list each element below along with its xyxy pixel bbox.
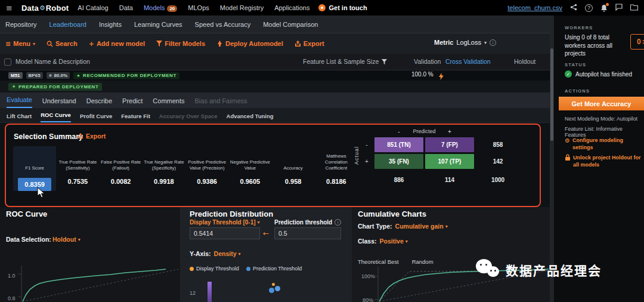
workers-stepper[interactable]: 0 ▴▾ [630, 34, 644, 50]
tab-understand[interactable]: Understand [42, 97, 76, 108]
legend-prediction-threshold[interactable]: Prediction Threshold [246, 266, 302, 272]
metric-selector[interactable]: Metric LogLoss ▾ i [434, 39, 496, 46]
scrollbar-thumb[interactable] [550, 48, 553, 141]
tab-predict[interactable]: Predict [122, 97, 143, 108]
display-threshold-dot[interactable] [272, 283, 275, 286]
prediction-threshold-input[interactable] [274, 227, 341, 239]
filter-icon [382, 59, 387, 64]
search-label: Search [55, 40, 78, 47]
metric-value: LogLoss [456, 39, 481, 46]
share-icon[interactable] [570, 4, 577, 12]
metric-label: Negative Predictive Value [228, 146, 271, 171]
hamburger-menu-icon[interactable]: ≡ [6, 4, 13, 13]
col-model-name[interactable]: Model Name & Description [16, 58, 90, 65]
actual-label-wrap: Actual [352, 137, 361, 189]
nav-mlops[interactable]: MLOps [188, 4, 209, 11]
nav-speed-vs-accuracy[interactable]: Speed vs Accuracy [195, 21, 251, 28]
add-model-button[interactable]: +Add new model [89, 40, 145, 48]
col-cross-validation[interactable]: Cross Validation [445, 58, 491, 65]
nav-repository[interactable]: Repository [5, 21, 37, 28]
metric-label: True Positive Rate (Sensitivity) [56, 146, 99, 171]
chart-type-dropdown[interactable]: Cumulative gain▾ [395, 223, 448, 230]
export-button[interactable]: Export [295, 40, 324, 47]
summary-metrics: F1 Score 0.8359 True Positive Rate (Sens… [13, 146, 358, 191]
subtab-accuracy-over-space[interactable]: Accuracy Over Space [159, 113, 218, 122]
selection-summary-panel: Selection Summary Export F1 Score 0.8359… [5, 124, 541, 207]
top-navigation-bar: ≡ Data⚙Robot AI Catalog Data Models20 ML… [0, 0, 644, 16]
display-threshold-input[interactable] [190, 227, 260, 239]
get-in-touch-label: Get in touch [329, 4, 367, 11]
menu-label: Menu [13, 40, 30, 47]
col-holdout[interactable]: Holdout [514, 58, 535, 65]
search-button[interactable]: Search [47, 40, 78, 47]
filter-models-label: Filter Models [165, 40, 205, 47]
legend-theoretical-best[interactable]: Theoretical Best [358, 258, 399, 265]
true-negative-cell[interactable]: 851 (TN) [374, 137, 423, 152]
export-label: Export [304, 40, 324, 47]
tab-describe[interactable]: Describe [86, 97, 112, 108]
subtab-feature-fit[interactable]: Feature Fit [121, 113, 150, 122]
nav-data[interactable]: Data [119, 4, 133, 11]
subtab-profit-curve[interactable]: Profit Curve [80, 113, 112, 122]
class-dropdown[interactable]: Positive▾ [380, 238, 408, 245]
legend-display-threshold[interactable]: Display Threshold [190, 266, 239, 272]
summary-export-label: Export [86, 132, 106, 140]
deploy-automodel-button[interactable]: Deploy Automodel [216, 40, 283, 47]
y-axis-label: Y-Axis: [190, 250, 211, 257]
arrow-left-icon[interactable]: ← [263, 229, 269, 238]
filter-models-button[interactable]: Filter Models [156, 40, 205, 47]
metric-value[interactable]: 0.8359 [18, 178, 51, 191]
threshold-dot[interactable] [269, 288, 274, 293]
display-threshold-dropdown[interactable]: Display Threshold [0-1]▾ [190, 219, 260, 226]
notifications-bell-icon[interactable] [600, 4, 608, 12]
search-icon [47, 41, 53, 47]
nav-leaderboard[interactable]: Leaderboard [49, 21, 86, 28]
legend-random[interactable]: Random [412, 258, 434, 265]
nav-model-comparison[interactable]: Model Comparison [263, 21, 318, 28]
select-all-checkbox[interactable] [4, 58, 11, 66]
menu-button[interactable]: ≡Menu▾ [5, 40, 35, 48]
project-file-link[interactable]: telecom_churn.csv [507, 4, 562, 11]
tab-comments[interactable]: Comments [153, 97, 184, 108]
false-positive-cell[interactable]: 7 (FP) [425, 137, 474, 152]
threshold-info-icon[interactable]: i [335, 219, 341, 226]
y-axis-dropdown[interactable]: Density▾ [214, 250, 241, 257]
datarobot-logo[interactable]: Data⚙Robot [21, 4, 69, 13]
subtab-advanced-tuning[interactable]: Advanced Tuning [227, 113, 274, 122]
chat-icon[interactable] [615, 4, 623, 12]
nav-models[interactable]: Models20 [144, 4, 177, 11]
y-axis-control: Y-Axis:Density▾ [190, 250, 241, 257]
nav-model-registry[interactable]: Model Registry [220, 4, 264, 11]
subtab-roc-curve[interactable]: ROC Curve [41, 112, 71, 122]
wechat-watermark: 数据产品经理会 [476, 259, 602, 281]
true-positive-cell[interactable]: 107 (TP) [425, 154, 474, 169]
nav-applications[interactable]: Applications [274, 4, 309, 11]
export-icon [78, 133, 83, 139]
get-in-touch-link[interactable]: Get in touch [318, 4, 367, 11]
threshold-dot[interactable] [275, 286, 280, 291]
workers-text: Using 0 of 8 total workers across all pr… [565, 33, 629, 58]
summary-export-button[interactable]: Export [78, 132, 106, 140]
data-selection-dropdown[interactable]: Holdout▾ [52, 236, 80, 243]
configure-modeling-link[interactable]: ⚙ Configure modeling settings [565, 137, 643, 151]
nav-ai-catalog[interactable]: AI Catalog [78, 4, 108, 11]
roc-curve-chart[interactable] [0, 266, 180, 302]
subtab-lift-chart[interactable]: Lift Chart [7, 113, 32, 122]
chart-type-control: Chart Type:Cumulative gain▾ [358, 223, 448, 230]
status-text: Autopilot has finished [575, 71, 632, 78]
col-feature-list[interactable]: Feature List & Sample Size [303, 58, 387, 65]
unlock-holdout-link[interactable]: Unlock project Holdout for all models [565, 154, 643, 168]
get-more-accuracy-button[interactable]: Get More Accuracy [559, 97, 644, 110]
status-section-title: STATUS [565, 62, 586, 67]
tab-bias-fairness[interactable]: Bias and Fairness [195, 97, 247, 108]
folder-icon[interactable] [630, 4, 638, 12]
help-icon[interactable]: ? [585, 4, 593, 12]
false-negative-cell[interactable]: 35 (FN) [374, 154, 423, 169]
nav-learning-curves[interactable]: Learning Curves [134, 21, 182, 28]
nav-insights[interactable]: Insights [99, 21, 122, 28]
col-validation[interactable]: Validation [414, 58, 441, 65]
metric-value: 0.958 [285, 178, 302, 185]
model-row[interactable]: M51 BP65 ❄80.0% ★RECOMMENDED FOR DEPLOYM… [0, 70, 550, 81]
tab-evaluate[interactable]: Evaluate [7, 96, 32, 108]
metric-info-icon[interactable]: i [490, 39, 496, 46]
